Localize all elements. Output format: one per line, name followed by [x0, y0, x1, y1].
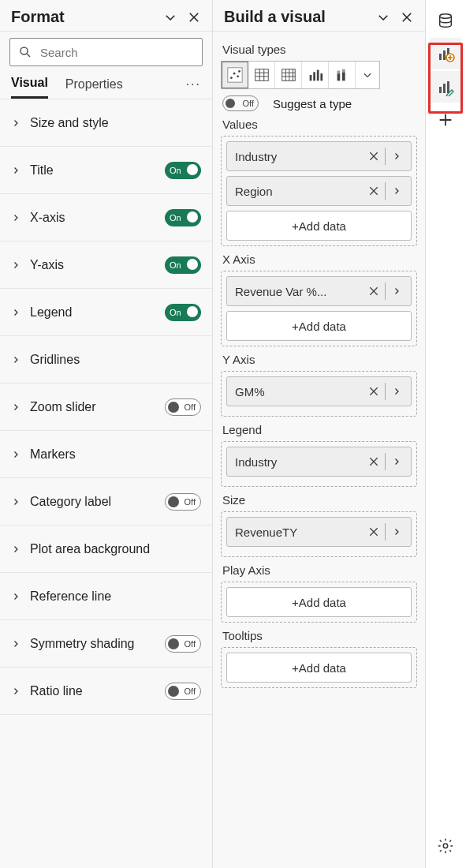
format-card-title[interactable]: TitleOn [0, 147, 212, 194]
format-card-reference-line[interactable]: Reference line [0, 573, 212, 620]
well-label-values: Values [222, 118, 416, 131]
toggle-on[interactable]: On [165, 304, 201, 321]
format-card-size-and-style[interactable]: Size and style [0, 99, 212, 147]
format-card-zoom-slider[interactable]: Zoom sliderOff [0, 383, 212, 431]
field-menu-icon[interactable] [387, 152, 406, 161]
search-input-wrapper[interactable] [9, 38, 203, 66]
field-pill[interactable]: Industry [226, 447, 412, 477]
field-well-size[interactable]: RevenueTY [221, 511, 417, 557]
well-label-play-axis: Play Axis [222, 563, 416, 577]
toggle-off[interactable]: Off [165, 635, 201, 653]
format-card-y-axis[interactable]: Y-axisOn [0, 241, 212, 289]
well-label-x-axis: X Axis [222, 253, 416, 266]
svg-point-0 [21, 47, 28, 54]
svg-rect-12 [337, 73, 340, 80]
remove-field-icon[interactable] [364, 385, 383, 398]
build-title: Build a visual [224, 8, 326, 26]
format-card-legend[interactable]: LegendOn [0, 289, 212, 336]
search-input[interactable] [39, 45, 194, 60]
toggle-on[interactable]: On [165, 256, 201, 274]
svg-point-4 [237, 75, 239, 77]
format-card-markers[interactable]: Markers [0, 431, 212, 478]
format-card-x-axis[interactable]: X-axisOn [0, 194, 212, 241]
add-data-button[interactable]: +Add data [226, 653, 412, 683]
format-header: Format [0, 0, 212, 32]
format-card-label: Plot area background [30, 542, 201, 556]
field-well-x-axis[interactable]: Revenue Var %...+Add data [221, 271, 417, 346]
svg-rect-9 [313, 72, 315, 80]
add-data-button[interactable]: +Add data [226, 211, 412, 241]
remove-field-icon[interactable] [364, 526, 383, 538]
tab-properties[interactable]: Properties [65, 77, 123, 98]
visual-type-matrix[interactable] [275, 62, 302, 88]
field-well-tooltips[interactable]: +Add data [221, 647, 417, 688]
field-menu-icon[interactable] [387, 387, 406, 396]
visual-type-bar-stacked[interactable] [329, 62, 356, 88]
search-icon [18, 45, 32, 59]
field-well-values[interactable]: IndustryRegion+Add data [221, 136, 417, 246]
data-pane-icon[interactable] [430, 5, 461, 36]
well-label-tooltips: Tooltips [222, 629, 416, 642]
field-pill[interactable]: RevenueTY [226, 517, 412, 547]
svg-point-3 [233, 73, 236, 75]
toggle-on[interactable]: On [165, 162, 201, 179]
format-card-label: Markers [30, 447, 201, 462]
close-icon[interactable] [185, 9, 203, 26]
suggest-type-toggle[interactable]: Off [222, 95, 259, 111]
field-pill[interactable]: Revenue Var %... [226, 276, 412, 306]
visual-type-table[interactable] [248, 62, 275, 88]
remove-field-icon[interactable] [364, 185, 383, 197]
visual-types-more[interactable] [356, 62, 379, 88]
field-pill[interactable]: Industry [226, 141, 412, 171]
add-data-button[interactable]: +Add data [226, 311, 412, 341]
field-menu-icon[interactable] [387, 286, 406, 296]
suggest-type-label: Suggest a type [273, 97, 352, 110]
tab-visual[interactable]: Visual [11, 76, 48, 99]
field-menu-icon[interactable] [387, 527, 406, 537]
chevron-right-icon [11, 497, 22, 507]
collapse-icon[interactable] [162, 9, 179, 26]
toggle-on[interactable]: On [165, 209, 201, 226]
toggle-off[interactable]: Off [165, 398, 201, 416]
field-pill[interactable]: Region [226, 176, 412, 206]
format-card-label: Category label [30, 495, 157, 509]
field-well-y-axis[interactable]: GM% [221, 371, 417, 417]
close-icon[interactable] [398, 9, 416, 26]
field-pill[interactable]: GM% [226, 376, 412, 406]
visual-type-scatter[interactable] [222, 62, 248, 88]
toggle-off[interactable]: Off [165, 683, 201, 700]
svg-rect-18 [443, 51, 445, 60]
chevron-right-icon [11, 118, 22, 128]
format-card-gridlines[interactable]: Gridlines [0, 336, 212, 383]
svg-rect-15 [342, 69, 345, 73]
more-options-icon[interactable]: ··· [186, 77, 201, 98]
add-visual-icon[interactable] [430, 104, 461, 136]
field-well-play-axis[interactable]: +Add data [221, 582, 417, 623]
svg-rect-6 [255, 69, 268, 81]
remove-field-icon[interactable] [364, 455, 383, 468]
toggle-off[interactable]: Off [165, 493, 201, 511]
format-visual-icon[interactable] [430, 71, 461, 103]
visual-types-label: Visual types [222, 43, 416, 56]
svg-point-16 [440, 14, 452, 19]
format-card-ratio-line[interactable]: Ratio lineOff [0, 668, 212, 715]
settings-icon[interactable] [430, 830, 461, 862]
remove-field-icon[interactable] [364, 285, 383, 297]
chevron-right-icon [11, 592, 22, 601]
add-data-button[interactable]: +Add data [226, 587, 412, 617]
format-card-plot-area-background[interactable]: Plot area background [0, 526, 212, 573]
visual-type-bar-clustered[interactable] [302, 62, 329, 88]
format-card-category-label[interactable]: Category labelOff [0, 478, 212, 526]
format-card-label: Gridlines [30, 353, 201, 367]
field-menu-icon[interactable] [387, 457, 406, 466]
field-well-legend[interactable]: Industry [221, 441, 417, 487]
format-card-symmetry-shading[interactable]: Symmetry shadingOff [0, 620, 212, 668]
field-menu-icon[interactable] [387, 186, 406, 196]
remove-field-icon[interactable] [364, 150, 383, 163]
collapse-icon[interactable] [375, 9, 392, 26]
build-visual-icon[interactable] [430, 38, 461, 69]
svg-rect-1 [228, 68, 242, 82]
field-label: Industry [235, 150, 364, 163]
field-label: Region [235, 185, 364, 198]
chevron-right-icon [11, 260, 22, 270]
